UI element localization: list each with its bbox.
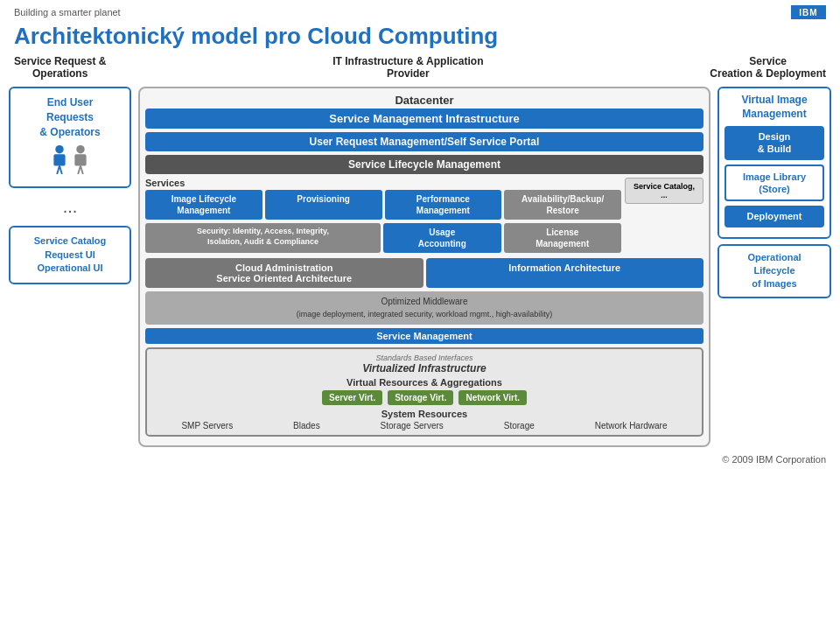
network-virt-btn[interactable]: Network Virt.	[458, 390, 527, 405]
mgmt-cell-performance: PerformanceManagement	[385, 190, 502, 220]
content-area: End UserRequests& Operators ...	[0, 87, 840, 447]
mgmt-cell-provisioning: Provisioning	[265, 190, 382, 220]
sys-smp: SMP Servers	[181, 421, 233, 430]
virt-infra-label: Virtualized Infrastructure	[151, 362, 697, 374]
sys-storage: Storage	[504, 421, 535, 430]
main-title: Architektonický model pro Cloud Computin…	[0, 21, 840, 55]
ibm-logo: IBM	[791, 5, 826, 19]
person-icon-2	[72, 144, 89, 174]
optimized-bar: Optimized Middleware (image deployment, …	[145, 291, 704, 325]
arch-cell-cloud: Cloud AdministrationService Oriented Arc…	[145, 258, 424, 288]
service-lifecycle-bar: Service Lifecycle Management	[145, 155, 704, 174]
arch-cell-info: Information Architecture	[426, 258, 704, 288]
user-icons	[16, 144, 124, 174]
mgmt-grid: Image LifecycleManagement Provisioning P…	[145, 190, 621, 220]
operational-box: OperationalLifecycleof Images	[718, 244, 831, 298]
svg-rect-1	[53, 155, 65, 166]
dots-label: ...	[9, 193, 131, 220]
sys-storage-servers: Storage Servers	[381, 421, 444, 430]
virtual-image-box: Virtual Image Management Design& Build I…	[718, 87, 831, 239]
header-center-text: IT Infrastructure & ApplicationProvider	[332, 55, 483, 80]
svg-point-0	[55, 145, 63, 153]
header-col-right: ServiceCreation & Deployment	[710, 55, 826, 80]
virt-resources-label: Virtual Resources & Aggregations	[151, 377, 697, 388]
end-user-title: End UserRequests& Operators	[16, 95, 124, 139]
svg-line-7	[80, 166, 83, 174]
left-panel: End UserRequests& Operators ...	[9, 87, 131, 447]
right-item-library: Image Library(Store)	[724, 164, 824, 202]
mgmt-cell-image: Image LifecycleManagement	[145, 190, 262, 220]
end-user-box: End UserRequests& Operators	[9, 87, 131, 188]
header-left-text: Service Request &Operations	[14, 55, 106, 80]
service-mgmt-overlay: Service Management	[145, 328, 704, 344]
header-right-text: ServiceCreation & Deployment	[710, 55, 826, 80]
virt-buttons: Server Virt. Storage Virt. Network Virt.	[151, 390, 697, 405]
system-resources-label: System Resources	[151, 409, 697, 419]
service-catalog-inset: Service Catalog,...	[625, 178, 704, 204]
svg-rect-5	[74, 155, 86, 166]
system-resources-row: SMP Servers Blades Storage Servers Stora…	[151, 421, 697, 430]
header-row: Service Request &Operations IT Infrastru…	[0, 55, 840, 87]
svg-line-3	[60, 166, 62, 174]
virtual-image-title: Virtual Image Management	[724, 94, 824, 121]
right-item-deployment: Deployment	[724, 206, 824, 227]
top-bar: Building a smarter planet IBM	[0, 0, 840, 21]
catalog-line2: Request UI	[16, 248, 124, 262]
sys-network: Network Hardware	[595, 421, 668, 430]
mgmt-cell-availability: Availability/Backup/Restore	[504, 190, 621, 220]
catalog-line1: Service Catalog	[16, 234, 124, 248]
right-panel: Virtual Image Management Design& Build I…	[718, 87, 831, 447]
right-item-design: Design& Build	[724, 126, 824, 160]
footer-row: © 2009 IBM Corporation	[0, 447, 840, 468]
sys-blades: Blades	[293, 421, 320, 430]
building-text: Building a smarter planet	[14, 7, 121, 18]
usage-accounting: UsageAccounting	[383, 223, 501, 253]
catalog-line3: Operational UI	[16, 262, 124, 275]
arch-row: Cloud AdministrationService Oriented Arc…	[145, 258, 704, 288]
center-panel: Datacenter Service Management Infrastruc…	[138, 87, 710, 447]
service-mgmt-infra: Service Management Infrastructure	[145, 108, 704, 129]
copyright-text: © 2009 IBM Corporation	[722, 454, 826, 465]
services-label: Services	[145, 178, 621, 188]
datacenter-label: Datacenter	[145, 94, 704, 107]
person-icon-1	[51, 144, 68, 174]
standards-label: Standards Based Interfaces	[151, 354, 697, 362]
server-virt-btn[interactable]: Server Virt.	[322, 390, 382, 405]
header-col-left: Service Request &Operations	[14, 55, 106, 80]
catalog-box: Service Catalog Request UI Operational U…	[9, 226, 131, 284]
security-bar: Security: Identity, Access, Integrity,Is…	[145, 223, 381, 253]
virtualized-section: Standards Based Interfaces Virtualized I…	[145, 347, 704, 437]
svg-point-4	[76, 145, 84, 153]
storage-virt-btn[interactable]: Storage Virt.	[388, 390, 453, 405]
header-col-center: IT Infrastructure & ApplicationProvider	[332, 55, 483, 80]
license-management: LicenseManagement	[504, 223, 622, 253]
user-request-bar: User Request Management/Self Service Por…	[145, 132, 704, 151]
